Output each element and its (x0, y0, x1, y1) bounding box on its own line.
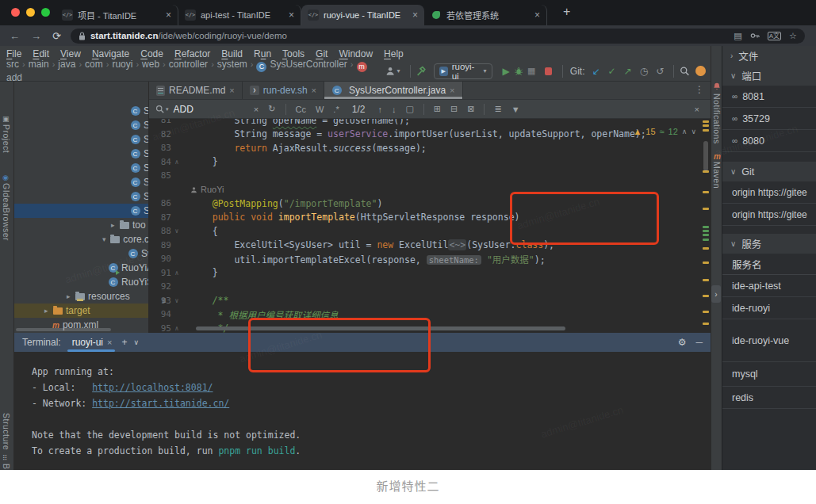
tool-stripe-notifications[interactable]: Notifications (712, 94, 722, 144)
multiline-search-icon[interactable]: ≣ (494, 104, 501, 114)
sidebar-expand-button[interactable]: › (711, 285, 721, 303)
tree-chevron-icon[interactable]: ▸ (67, 292, 75, 300)
menu-item-view[interactable]: View (60, 48, 81, 59)
menu-item-tools[interactable]: Tools (282, 48, 305, 59)
macos-traffic-lights[interactable] (11, 8, 50, 17)
git-update-icon[interactable]: ↙ (592, 66, 600, 77)
tool-stripe-gideabrowser[interactable]: GIdeaBrowser (2, 183, 11, 241)
search-filter-icon[interactable]: ▼ (511, 105, 520, 114)
menu-item-edit[interactable]: Edit (33, 48, 49, 59)
translate-icon[interactable]: A文 (768, 32, 781, 40)
fold-marker-icon[interactable]: ∧ (171, 269, 182, 277)
tree-row[interactable]: CS (14, 147, 149, 161)
tree-row[interactable]: CS (14, 161, 149, 175)
git-commit-icon[interactable]: ✓ (608, 66, 616, 77)
history-clock-icon[interactable]: ◷ (640, 66, 648, 77)
sidebar-section-ports[interactable]: ∨端口 (722, 66, 816, 86)
service-row[interactable]: redis (722, 387, 816, 409)
breadcrumb-item[interactable]: CSysUserController (256, 59, 347, 70)
tree-chevron-icon[interactable]: ▸ (111, 221, 119, 229)
tab-close-icon[interactable]: × (534, 10, 540, 21)
forward-icon[interactable]: → (31, 30, 41, 42)
tool-stripe-maven[interactable]: Maven (712, 162, 722, 189)
gidea-browser-icon[interactable]: ◉ (2, 174, 9, 181)
next-error-icon[interactable]: ∨ (691, 128, 696, 136)
tree-row[interactable]: ▸target (14, 304, 149, 318)
bookmark-star-icon[interactable]: ☆ (789, 31, 797, 41)
menu-item-refactor[interactable]: Refactor (174, 48, 210, 59)
tree-chevron-icon[interactable]: ▸ (44, 307, 52, 315)
service-row[interactable]: ide-api-test (722, 275, 816, 297)
tree-row[interactable]: CS (14, 175, 149, 189)
terminal-tab[interactable]: ruoyi-ui × (67, 333, 116, 352)
rollback-icon[interactable]: ↺ (656, 66, 664, 77)
terminal-minimize-icon[interactable]: ─ (695, 337, 703, 348)
menu-item-build[interactable]: Build (221, 48, 243, 59)
terminal-dropdown-icon[interactable]: ∨ (134, 338, 140, 346)
tab-close-icon[interactable]: × (166, 10, 171, 21)
reading-list-icon[interactable]: ▤ (734, 31, 741, 41)
browser-tab[interactable]: </>ruoyi-vue - TitanIDE× (301, 5, 424, 25)
menu-item-file[interactable]: File (6, 48, 21, 59)
tab-close-icon[interactable]: × (412, 10, 418, 21)
back-icon[interactable]: ← (10, 30, 20, 42)
password-key-icon[interactable] (750, 32, 760, 40)
menu-item-help[interactable]: Help (384, 48, 404, 59)
coverage-button[interactable]: ▦ (527, 66, 535, 76)
bookmarks-icon[interactable]: ⠿ (2, 454, 8, 462)
git-remote-row[interactable]: origin https://gitee (722, 181, 816, 204)
url-field[interactable]: start.titanide.cn/ide/web/coding/ruoyi-v… (71, 29, 805, 44)
menu-item-git[interactable]: Git (316, 48, 328, 59)
service-row[interactable]: ide-ruoyi-vue (722, 319, 816, 362)
tool-stripe-project[interactable]: Project (2, 124, 11, 153)
fold-marker-icon[interactable]: ∨ (171, 297, 182, 304)
tree-row[interactable]: CS (14, 204, 149, 218)
whole-words-toggle[interactable]: W (316, 105, 324, 114)
fold-marker-icon[interactable]: ∧ (171, 325, 182, 332)
project-tool-icon[interactable]: ▣ (2, 115, 10, 123)
breadcrumb-item[interactable]: system (217, 59, 247, 70)
breadcrumb-item[interactable]: java (58, 59, 75, 70)
terminal-link[interactable]: http://localhost:8081/ (92, 382, 213, 393)
run-button[interactable]: ▶ (503, 66, 510, 77)
editor-tab[interactable]: ❯run-dev.sh× (243, 82, 324, 99)
close-window-icon[interactable] (11, 8, 20, 17)
stop-button[interactable] (545, 67, 552, 75)
sidebar-section-services[interactable]: ∨服务 (722, 234, 816, 254)
tree-row[interactable]: CS (14, 118, 149, 132)
user-icon[interactable] (385, 66, 395, 76)
regex-toggle[interactable]: .* (333, 105, 339, 114)
minimize-window-icon[interactable] (26, 8, 35, 17)
open-in-find-window-icon[interactable]: ▢ (405, 104, 413, 114)
new-terminal-icon[interactable]: + (121, 337, 127, 348)
notifications-bell-icon[interactable] (713, 82, 721, 90)
tree-chevron-icon[interactable]: ▾ (102, 235, 109, 243)
new-tab-button[interactable]: + (563, 5, 570, 19)
editor-tab[interactable]: README.md× (149, 82, 243, 99)
service-row[interactable]: ide-ruoyi (722, 297, 816, 319)
tree-row[interactable]: CS (14, 104, 149, 118)
add-occurrence-icon[interactable]: ⊞ (434, 104, 441, 114)
terminal-link[interactable]: http://start.titanide.cn/ (92, 398, 229, 409)
remove-occurrence-icon[interactable]: ⊟ (450, 104, 458, 114)
editor-tab-close-icon[interactable]: × (450, 86, 454, 95)
breadcrumb-item[interactable]: main (29, 59, 49, 70)
search-everywhere-icon[interactable] (680, 66, 689, 76)
sidebar-section-files[interactable]: ›文件 (722, 46, 816, 66)
editor-vscrollbar[interactable] (703, 141, 708, 171)
clear-search-icon[interactable]: × (254, 105, 259, 114)
menu-item-window[interactable]: Window (339, 48, 373, 59)
menu-item-run[interactable]: Run (254, 48, 271, 59)
browser-tab[interactable]: </>api-test - TitanIDE× (178, 5, 301, 25)
search-query[interactable]: ADD (174, 104, 193, 115)
run-configuration-select[interactable]: ▶ ruoyi-ui ▾ (434, 63, 492, 79)
fold-marker-icon[interactable]: ∨ (171, 227, 182, 235)
tree-row[interactable]: mpom.xml (14, 318, 149, 332)
tree-row[interactable]: CS (14, 132, 149, 147)
git-push-icon[interactable]: ↗ (624, 66, 632, 77)
git-remote-row[interactable]: origin https://gitee (722, 204, 816, 226)
tree-row[interactable]: CS (14, 189, 149, 204)
breadcrumb-item[interactable]: com (85, 59, 103, 70)
close-search-icon[interactable]: × (695, 105, 699, 114)
terminal-tab-close-icon[interactable]: × (107, 338, 112, 347)
